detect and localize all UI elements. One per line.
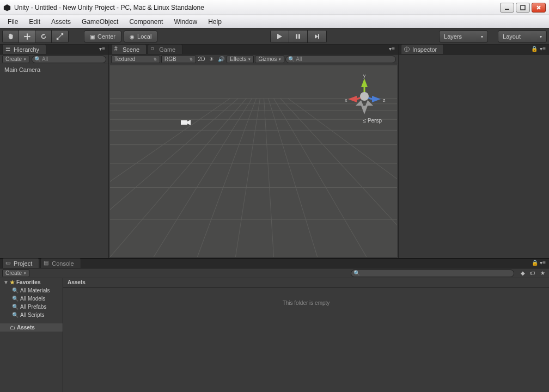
scale-tool-button[interactable]: [52, 30, 68, 42]
panel-menu-icon[interactable]: ▾≡: [99, 46, 105, 52]
layout-dropdown[interactable]: Layout▾: [498, 30, 547, 42]
save-search-button[interactable]: ★: [538, 270, 547, 277]
panel-menu-icon[interactable]: ▾≡: [540, 46, 546, 52]
svg-marker-40: [372, 96, 381, 102]
shading-mode-dropdown[interactable]: Textured⇅: [111, 56, 160, 63]
window-minimize-button[interactable]: [500, 3, 514, 13]
svg-rect-2: [521, 5, 525, 10]
search-icon: 🔍: [353, 270, 360, 276]
favorite-item[interactable]: 🔍All Scripts: [0, 311, 63, 319]
svg-marker-0: [4, 4, 10, 10]
panel-menu-icon[interactable]: ▾≡: [389, 46, 395, 52]
scene-viewport[interactable]: y x z ≤ Persp: [110, 65, 397, 257]
orientation-gizmo[interactable]: y x z: [343, 72, 386, 121]
game-tab[interactable]: ⌑Game: [148, 44, 182, 54]
audio-toggle-button[interactable]: 🔊: [217, 56, 225, 63]
console-tab[interactable]: ▤Console: [40, 258, 81, 268]
play-button[interactable]: [271, 30, 289, 42]
project-panel: ▭Project ▤Console 🔒▾≡ Create▾ 🔍 ◆ 🏷 ★ ▼★…: [0, 258, 549, 392]
camera-gizmo-icon[interactable]: [181, 119, 191, 126]
filter-by-type-button[interactable]: ◆: [518, 270, 527, 277]
favorite-item[interactable]: 🔍All Materials: [0, 286, 63, 295]
favorite-item[interactable]: 🔍All Prefabs: [0, 303, 63, 311]
hierarchy-icon: ☰: [5, 46, 10, 52]
main-toolbar: ▣Center ◉Local Layers▾ Layout▾: [0, 28, 549, 45]
inspector-panel: ⓘInspector 🔒▾≡: [399, 45, 549, 258]
svg-rect-10: [298, 34, 300, 39]
console-icon: ▤: [44, 260, 48, 266]
menu-window[interactable]: Window: [168, 16, 203, 27]
empty-folder-message: This folder is empty: [63, 288, 549, 392]
handle-space-button[interactable]: ◉Local: [124, 30, 157, 42]
svg-marker-43: [361, 106, 368, 114]
svg-rect-6: [62, 33, 64, 35]
axis-x-label: x: [345, 97, 347, 103]
unity-logo-icon: [3, 4, 11, 11]
menu-edit[interactable]: Edit: [23, 16, 46, 27]
menu-help[interactable]: Help: [203, 16, 227, 27]
render-mode-dropdown[interactable]: RGB⇅: [161, 56, 196, 63]
move-tool-button[interactable]: [19, 30, 35, 42]
menu-gameobject[interactable]: GameObject: [76, 16, 124, 27]
hand-tool-button[interactable]: [3, 30, 19, 42]
chevron-down-icon: ▾: [481, 34, 483, 39]
rotate-tool-button[interactable]: [35, 30, 52, 42]
window-close-button[interactable]: [532, 3, 546, 13]
favorites-header[interactable]: ▼★Favorites: [0, 278, 63, 286]
project-folder-tree: ▼★Favorites 🔍All Materials 🔍All Models 🔍…: [0, 278, 63, 392]
svg-marker-44: [356, 100, 363, 106]
pause-button[interactable]: [289, 30, 308, 42]
svg-rect-5: [57, 38, 59, 40]
chevron-down-icon: ▾: [540, 34, 542, 39]
search-icon: 🔍: [288, 56, 295, 62]
2d-toggle-button[interactable]: 2D: [197, 56, 206, 63]
lock-icon[interactable]: 🔒: [532, 260, 538, 266]
effects-dropdown[interactable]: Effects▾: [227, 56, 254, 63]
menu-component[interactable]: Component: [124, 16, 168, 27]
scene-panel: #Scene ⌑Game ▾≡ Textured⇅ RGB⇅ 2D ☀ 🔊 Ef…: [109, 45, 399, 258]
menu-assets[interactable]: Assets: [46, 16, 76, 27]
scene-search-input[interactable]: 🔍All: [285, 56, 396, 63]
axis-z-label: z: [383, 97, 386, 103]
inspector-tab[interactable]: ⓘInspector: [401, 44, 444, 54]
project-create-dropdown[interactable]: Create▾: [2, 270, 29, 277]
perspective-label[interactable]: ≤ Persp: [363, 118, 382, 124]
lock-icon[interactable]: 🔒: [531, 46, 538, 52]
assets-folder[interactable]: 🗀Assets: [0, 323, 63, 332]
svg-marker-35: [187, 120, 191, 125]
panel-menu-icon[interactable]: ▾≡: [540, 260, 546, 266]
svg-marker-11: [315, 34, 318, 39]
filter-by-label-button[interactable]: 🏷: [528, 270, 537, 277]
window-titlebar: Unity - Untitled - New Unity Project - P…: [0, 0, 549, 15]
svg-point-42: [360, 92, 369, 101]
scene-tab[interactable]: #Scene: [111, 44, 147, 54]
project-search-input[interactable]: 🔍: [351, 270, 514, 277]
lighting-toggle-button[interactable]: ☀: [207, 56, 216, 63]
inspector-icon: ⓘ: [404, 46, 410, 53]
project-tab[interactable]: ▭Project: [2, 258, 39, 268]
svg-rect-12: [318, 34, 319, 39]
local-icon: ◉: [130, 34, 135, 40]
center-icon: ▣: [90, 34, 95, 40]
play-controls: [270, 30, 327, 43]
pivot-mode-button[interactable]: ▣Center: [84, 30, 121, 42]
step-button[interactable]: [308, 30, 326, 42]
svg-marker-36: [361, 78, 368, 87]
menu-file[interactable]: File: [2, 16, 23, 27]
search-icon: 🔍: [12, 296, 19, 302]
search-icon: 🔍: [12, 287, 19, 293]
hierarchy-tab[interactable]: ☰Hierarchy: [2, 44, 46, 54]
favorite-item[interactable]: 🔍All Models: [0, 295, 63, 303]
folder-icon: 🗀: [10, 324, 15, 330]
hierarchy-search-input[interactable]: 🔍All: [32, 56, 106, 63]
layers-dropdown[interactable]: Layers▾: [439, 30, 488, 42]
gizmos-dropdown[interactable]: Gizmos▾: [255, 56, 284, 63]
window-maximize-button[interactable]: [516, 3, 530, 13]
transform-tool-group: [2, 30, 69, 43]
project-breadcrumb[interactable]: Assets: [63, 278, 549, 288]
hierarchy-create-dropdown[interactable]: Create▾: [2, 56, 29, 63]
svg-marker-8: [277, 34, 282, 39]
scene-icon: #: [114, 46, 118, 52]
hierarchy-item[interactable]: Main Camera: [0, 64, 108, 75]
search-icon: 🔍: [12, 304, 19, 310]
